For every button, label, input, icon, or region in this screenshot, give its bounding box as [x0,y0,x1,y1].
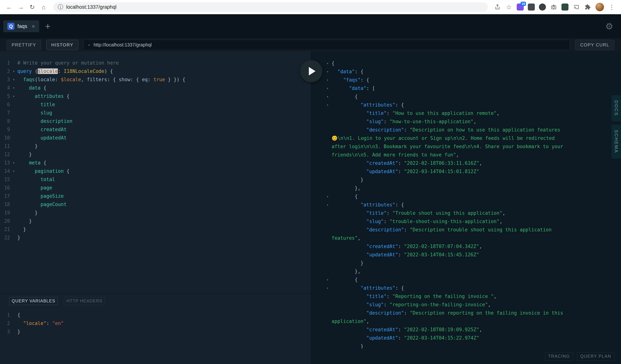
tab-http-headers[interactable]: HTTP HEADERS [64,297,105,305]
query-editor-code[interactable]: 1# Write your query or mutation here2▾qu… [0,52,311,293]
settings-gear-icon[interactable]: ⚙ [605,21,613,32]
query-editor-line[interactable]: 22} [0,234,311,242]
fold-arrow-icon[interactable]: ▾ [311,101,332,109]
query-editor-line[interactable]: 14▾ pagination { [0,167,311,175]
fold-arrow-icon[interactable]: ▾ [10,167,17,175]
share-icon[interactable] [492,2,503,12]
response-line[interactable]: features", [311,234,621,242]
query-editor-line[interactable]: 12 } [0,150,311,159]
response-line[interactable]: 😊\n\n1. Login to your account or Sign up… [311,134,621,142]
variables-line[interactable]: 2 "locale": "en" [0,319,311,328]
query-editor-line[interactable]: 11 } [0,142,311,150]
response-line[interactable]: "updatedAt": "2022-03-14T04:15:22.974Z" [311,334,621,342]
response-line[interactable]: ▾ "faqs": { [311,76,621,84]
query-editor-line[interactable]: 16 page [0,184,311,192]
query-editor-line[interactable]: 13▾ meta { [0,159,311,167]
copy-curl-button[interactable]: COPY CURL [575,40,614,50]
prettify-button[interactable]: PRETTIFY [7,40,41,50]
response-line[interactable]: ▾ "attributes": { [311,101,621,109]
camera-icon[interactable] [549,2,559,12]
fold-arrow-icon[interactable]: ▾ [10,92,17,101]
response-line[interactable]: "description": "Description reporting on… [311,309,621,317]
query-editor-line[interactable]: 4▾ data { [0,84,311,92]
response-line[interactable]: ▾ { [311,92,621,101]
profile-avatar[interactable] [595,3,604,11]
extensions-puzzle-icon[interactable] [583,2,593,12]
fold-arrow-icon[interactable]: ▾ [10,159,17,167]
response-line[interactable]: "createdAt": "2022-02-18T07:07:04.342Z", [311,242,621,251]
schema-tab[interactable]: SCHEMA [611,125,621,158]
response-line[interactable]: "description": "Description on how to us… [311,126,621,134]
response-line[interactable]: "createdAt": "2022-02-18T06:33:11.616Z", [311,159,621,167]
bookmark-star-icon[interactable]: ☆ [504,2,514,12]
tab-query-variables[interactable]: QUERY VARIABLES [9,297,58,305]
extension-icon-purple[interactable]: 16 [517,3,524,11]
close-tab-icon[interactable]: × [32,23,35,30]
query-editor-line[interactable]: 21 } [0,225,311,234]
home-icon[interactable]: ⌂ [38,2,49,12]
query-editor-line[interactable]: 6 title [0,101,311,109]
query-editor-line[interactable]: 20 } [0,217,311,225]
query-editor-line[interactable]: 18 pageCount [0,200,311,209]
docs-tab[interactable]: DOCS [611,95,621,121]
response-line[interactable]: "createdAt": "2022-02-18T08:19:09.925Z", [311,326,621,334]
tab-faqs[interactable]: Q faqs × [3,20,39,32]
history-button[interactable]: HISTORY [46,40,78,50]
fold-arrow-icon[interactable]: ▾ [311,92,332,101]
response-line[interactable]: } [311,259,621,267]
site-info-icon[interactable]: ⓘ [58,3,63,11]
fold-arrow-icon[interactable]: ▾ [311,284,332,292]
query-editor-line[interactable]: 19 } [0,209,311,217]
browser-menu-icon[interactable]: ⋮ [606,2,617,12]
tracing-button[interactable]: TRACING [545,352,573,361]
response-line[interactable]: "title": "Trouble shoot using this appli… [311,209,621,217]
query-editor-line[interactable]: 17 pageSize [0,192,311,200]
fold-arrow-icon[interactable]: ▾ [311,192,332,201]
fold-arrow-icon[interactable]: ▾ [311,276,332,284]
fold-arrow-icon[interactable]: ▾ [10,84,17,92]
response-line[interactable]: }, [311,267,621,276]
query-editor-line[interactable]: 15 total [0,175,311,184]
response-line[interactable]: "updatedAt": "2022-03-14T04:15:45.126Z" [311,251,621,259]
query-editor-line[interactable]: 10 updatedAt [0,134,311,142]
extension-icon-dark[interactable] [528,3,535,11]
response-line[interactable]: "slug": "trouble-shoot-using-this-applic… [311,217,621,226]
query-editor-line[interactable]: 3▾ faqs(locale: $locale, filters: { show… [0,75,311,84]
response-line[interactable]: "slug": "reporting-on-the-failing-invoic… [311,301,621,309]
fold-arrow-icon[interactable]: ▾ [10,75,17,84]
extension-icon-circle[interactable] [539,3,546,11]
variables-code[interactable]: 1{2 "locale": "en"3} [0,311,311,336]
new-tab-button[interactable]: + [45,21,51,32]
forward-icon[interactable]: → [16,2,26,12]
back-icon[interactable]: ← [4,2,15,12]
response-line[interactable]: } [311,342,621,348]
cast-icon[interactable] [571,2,581,12]
fold-arrow-icon[interactable]: ▾ [311,201,332,209]
response-line[interactable]: ▾ "attributes": { [311,201,621,209]
response-line[interactable]: "title": "How to use this application re… [311,109,621,118]
response-line[interactable]: ▾ "attributes": { [311,284,621,292]
query-editor-line[interactable]: 2▾query ($locale: I18NLocaleCode) { [0,67,311,75]
response-line[interactable]: ▾{ [311,59,621,68]
variables-line[interactable]: 1{ [0,311,311,319]
response-line[interactable]: after login\n\n3. Bookmark your favourit… [311,142,621,151]
query-editor-pane[interactable]: 1# Write your query or mutation here2▾qu… [0,52,311,364]
response-line[interactable]: ▾ "data": [ [311,84,621,92]
response-line[interactable]: "description": "Description trouble shoo… [311,226,621,234]
response-code[interactable]: ▾{▾ "data": {▾ "faqs": {▾ "data": [▾ {▾ … [311,52,621,348]
query-editor-line[interactable]: 5▾ attributes { [0,92,311,101]
response-line[interactable]: ▾ "data": { [311,68,621,76]
reload-icon[interactable]: ↻ [27,2,37,12]
endpoint-input[interactable]: ● http://localhost:1337/graphql [84,40,570,50]
query-editor-line[interactable]: 8 description [0,117,311,125]
response-line[interactable]: "title": "Reporting on the failing invoi… [311,292,621,301]
fold-arrow-icon[interactable]: ▾ [10,67,17,75]
url-text[interactable]: localhost:1337/graphql [66,4,117,10]
execute-query-button[interactable] [300,60,322,82]
response-line[interactable]: ▾ { [311,192,621,201]
response-line[interactable]: friends\n\n5. Add more friends to have f… [311,151,621,159]
extension-icon-green[interactable] [561,3,569,11]
address-bar[interactable]: ⓘ localhost:1337/graphql [53,2,488,12]
query-editor-line[interactable]: 1# Write your query or mutation here [0,59,311,67]
variables-line[interactable]: 3} [0,328,311,336]
